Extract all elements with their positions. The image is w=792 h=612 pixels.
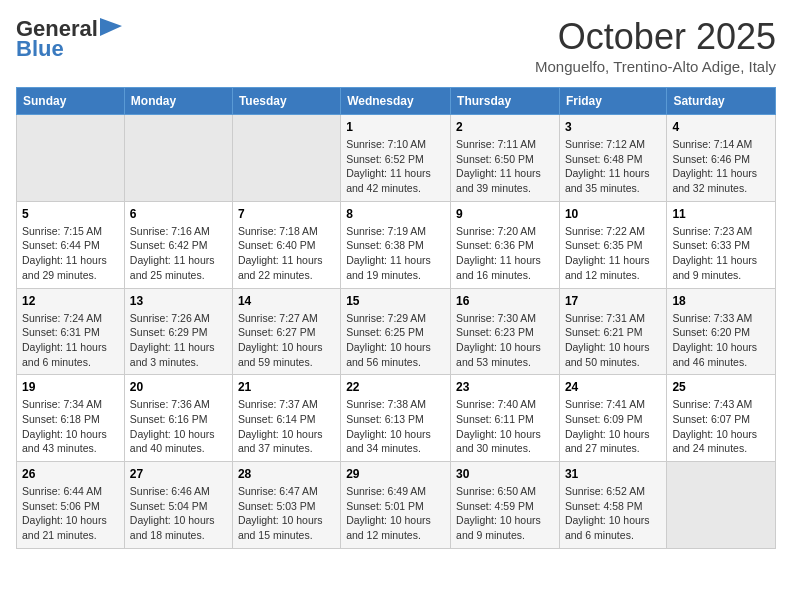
day-info: Sunrise: 6:49 AM Sunset: 5:01 PM Dayligh… (346, 484, 445, 543)
calendar-cell: 25Sunrise: 7:43 AM Sunset: 6:07 PM Dayli… (667, 375, 776, 462)
calendar-cell: 6Sunrise: 7:16 AM Sunset: 6:42 PM Daylig… (124, 201, 232, 288)
calendar-cell: 31Sunrise: 6:52 AM Sunset: 4:58 PM Dayli… (559, 462, 666, 549)
day-number: 19 (22, 380, 119, 394)
title-block: October 2025 Monguelfo, Trentino-Alto Ad… (535, 16, 776, 75)
day-number: 11 (672, 207, 770, 221)
calendar-cell: 16Sunrise: 7:30 AM Sunset: 6:23 PM Dayli… (451, 288, 560, 375)
day-number: 5 (22, 207, 119, 221)
day-info: Sunrise: 7:36 AM Sunset: 6:16 PM Dayligh… (130, 397, 227, 456)
day-info: Sunrise: 6:52 AM Sunset: 4:58 PM Dayligh… (565, 484, 661, 543)
calendar-cell: 14Sunrise: 7:27 AM Sunset: 6:27 PM Dayli… (232, 288, 340, 375)
day-info: Sunrise: 7:23 AM Sunset: 6:33 PM Dayligh… (672, 224, 770, 283)
weekday-header-thursday: Thursday (451, 88, 560, 115)
day-info: Sunrise: 7:24 AM Sunset: 6:31 PM Dayligh… (22, 311, 119, 370)
calendar-cell: 20Sunrise: 7:36 AM Sunset: 6:16 PM Dayli… (124, 375, 232, 462)
location-subtitle: Monguelfo, Trentino-Alto Adige, Italy (535, 58, 776, 75)
calendar-cell: 29Sunrise: 6:49 AM Sunset: 5:01 PM Dayli… (341, 462, 451, 549)
day-info: Sunrise: 7:15 AM Sunset: 6:44 PM Dayligh… (22, 224, 119, 283)
day-info: Sunrise: 7:26 AM Sunset: 6:29 PM Dayligh… (130, 311, 227, 370)
calendar-cell: 23Sunrise: 7:40 AM Sunset: 6:11 PM Dayli… (451, 375, 560, 462)
calendar-cell: 21Sunrise: 7:37 AM Sunset: 6:14 PM Dayli… (232, 375, 340, 462)
calendar-cell: 9Sunrise: 7:20 AM Sunset: 6:36 PM Daylig… (451, 201, 560, 288)
day-info: Sunrise: 7:30 AM Sunset: 6:23 PM Dayligh… (456, 311, 554, 370)
day-number: 31 (565, 467, 661, 481)
day-number: 25 (672, 380, 770, 394)
day-number: 15 (346, 294, 445, 308)
calendar-cell: 28Sunrise: 6:47 AM Sunset: 5:03 PM Dayli… (232, 462, 340, 549)
calendar-cell: 4Sunrise: 7:14 AM Sunset: 6:46 PM Daylig… (667, 115, 776, 202)
logo-blue: Blue (16, 36, 64, 62)
day-info: Sunrise: 7:34 AM Sunset: 6:18 PM Dayligh… (22, 397, 119, 456)
day-number: 1 (346, 120, 445, 134)
calendar-cell (232, 115, 340, 202)
day-info: Sunrise: 7:11 AM Sunset: 6:50 PM Dayligh… (456, 137, 554, 196)
day-info: Sunrise: 6:50 AM Sunset: 4:59 PM Dayligh… (456, 484, 554, 543)
day-number: 23 (456, 380, 554, 394)
day-number: 8 (346, 207, 445, 221)
calendar-cell: 1Sunrise: 7:10 AM Sunset: 6:52 PM Daylig… (341, 115, 451, 202)
day-info: Sunrise: 7:10 AM Sunset: 6:52 PM Dayligh… (346, 137, 445, 196)
day-info: Sunrise: 7:33 AM Sunset: 6:20 PM Dayligh… (672, 311, 770, 370)
calendar-cell (667, 462, 776, 549)
day-info: Sunrise: 7:18 AM Sunset: 6:40 PM Dayligh… (238, 224, 335, 283)
day-info: Sunrise: 7:16 AM Sunset: 6:42 PM Dayligh… (130, 224, 227, 283)
day-number: 14 (238, 294, 335, 308)
calendar-cell: 26Sunrise: 6:44 AM Sunset: 5:06 PM Dayli… (17, 462, 125, 549)
calendar-cell: 18Sunrise: 7:33 AM Sunset: 6:20 PM Dayli… (667, 288, 776, 375)
day-number: 18 (672, 294, 770, 308)
calendar-cell: 11Sunrise: 7:23 AM Sunset: 6:33 PM Dayli… (667, 201, 776, 288)
day-info: Sunrise: 7:22 AM Sunset: 6:35 PM Dayligh… (565, 224, 661, 283)
day-info: Sunrise: 7:31 AM Sunset: 6:21 PM Dayligh… (565, 311, 661, 370)
page-header: General Blue October 2025 Monguelfo, Tre… (16, 16, 776, 75)
day-number: 17 (565, 294, 661, 308)
day-number: 6 (130, 207, 227, 221)
month-title: October 2025 (535, 16, 776, 58)
day-number: 22 (346, 380, 445, 394)
calendar-cell: 30Sunrise: 6:50 AM Sunset: 4:59 PM Dayli… (451, 462, 560, 549)
weekday-header-sunday: Sunday (17, 88, 125, 115)
calendar-cell (124, 115, 232, 202)
day-number: 27 (130, 467, 227, 481)
day-info: Sunrise: 7:19 AM Sunset: 6:38 PM Dayligh… (346, 224, 445, 283)
day-info: Sunrise: 7:12 AM Sunset: 6:48 PM Dayligh… (565, 137, 661, 196)
day-number: 2 (456, 120, 554, 134)
calendar-cell: 15Sunrise: 7:29 AM Sunset: 6:25 PM Dayli… (341, 288, 451, 375)
calendar-cell: 27Sunrise: 6:46 AM Sunset: 5:04 PM Dayli… (124, 462, 232, 549)
day-number: 29 (346, 467, 445, 481)
day-info: Sunrise: 7:40 AM Sunset: 6:11 PM Dayligh… (456, 397, 554, 456)
calendar-cell: 3Sunrise: 7:12 AM Sunset: 6:48 PM Daylig… (559, 115, 666, 202)
weekday-header-wednesday: Wednesday (341, 88, 451, 115)
day-info: Sunrise: 7:29 AM Sunset: 6:25 PM Dayligh… (346, 311, 445, 370)
weekday-header-monday: Monday (124, 88, 232, 115)
day-info: Sunrise: 7:38 AM Sunset: 6:13 PM Dayligh… (346, 397, 445, 456)
calendar-cell: 19Sunrise: 7:34 AM Sunset: 6:18 PM Dayli… (17, 375, 125, 462)
day-info: Sunrise: 7:41 AM Sunset: 6:09 PM Dayligh… (565, 397, 661, 456)
calendar-cell: 22Sunrise: 7:38 AM Sunset: 6:13 PM Dayli… (341, 375, 451, 462)
day-info: Sunrise: 7:27 AM Sunset: 6:27 PM Dayligh… (238, 311, 335, 370)
day-info: Sunrise: 6:44 AM Sunset: 5:06 PM Dayligh… (22, 484, 119, 543)
calendar-cell: 12Sunrise: 7:24 AM Sunset: 6:31 PM Dayli… (17, 288, 125, 375)
weekday-header-tuesday: Tuesday (232, 88, 340, 115)
calendar-cell: 5Sunrise: 7:15 AM Sunset: 6:44 PM Daylig… (17, 201, 125, 288)
day-info: Sunrise: 6:46 AM Sunset: 5:04 PM Dayligh… (130, 484, 227, 543)
svg-marker-0 (100, 18, 122, 36)
weekday-header-saturday: Saturday (667, 88, 776, 115)
calendar-cell: 10Sunrise: 7:22 AM Sunset: 6:35 PM Dayli… (559, 201, 666, 288)
day-info: Sunrise: 7:14 AM Sunset: 6:46 PM Dayligh… (672, 137, 770, 196)
day-info: Sunrise: 7:43 AM Sunset: 6:07 PM Dayligh… (672, 397, 770, 456)
day-number: 30 (456, 467, 554, 481)
day-number: 12 (22, 294, 119, 308)
calendar-cell: 13Sunrise: 7:26 AM Sunset: 6:29 PM Dayli… (124, 288, 232, 375)
calendar-cell: 2Sunrise: 7:11 AM Sunset: 6:50 PM Daylig… (451, 115, 560, 202)
day-number: 24 (565, 380, 661, 394)
day-number: 28 (238, 467, 335, 481)
day-number: 16 (456, 294, 554, 308)
logo-arrow-icon (100, 18, 122, 36)
day-number: 21 (238, 380, 335, 394)
day-number: 9 (456, 207, 554, 221)
day-number: 3 (565, 120, 661, 134)
calendar-table: SundayMondayTuesdayWednesdayThursdayFrid… (16, 87, 776, 549)
day-info: Sunrise: 6:47 AM Sunset: 5:03 PM Dayligh… (238, 484, 335, 543)
day-number: 4 (672, 120, 770, 134)
day-info: Sunrise: 7:20 AM Sunset: 6:36 PM Dayligh… (456, 224, 554, 283)
